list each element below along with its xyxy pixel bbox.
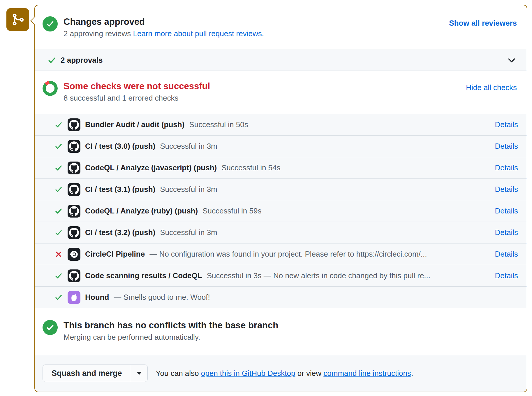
success-check-icon [55, 164, 62, 172]
check-name: CircleCI Pipeline [85, 250, 145, 259]
check-icon [46, 323, 54, 332]
hound-avatar [68, 291, 80, 304]
alternative-merge-text: You can also open this in GitHub Desktop… [156, 369, 413, 378]
approvals-count-label: 2 approvals [61, 56, 103, 65]
github-actions-avatar [68, 118, 80, 131]
check-description: — No configuration was found in your pro… [149, 250, 427, 259]
check-description: Successful in 50s [189, 120, 248, 129]
github-actions-avatar [68, 183, 80, 196]
details-link[interactable]: Details [488, 228, 518, 237]
merge-status-box: Changes approved 2 approving reviews Lea… [34, 5, 527, 392]
details-link[interactable]: Details [488, 250, 518, 259]
details-link[interactable]: Details [488, 185, 518, 194]
review-subtitle: 2 approving reviews Learn more about pul… [64, 28, 264, 39]
success-check-icon [55, 272, 62, 280]
details-link[interactable]: Details [488, 206, 518, 215]
check-description: — Smells good to me. Woof! [114, 293, 210, 302]
checks-list: Bundler Audit / audit (push) Successful … [35, 114, 527, 308]
github-desktop-link[interactable]: open this in GitHub Desktop [201, 369, 295, 378]
check-name: CI / test (3.0) (push) [85, 142, 155, 151]
octocat-icon [69, 120, 79, 130]
check-row: CI / test (3.1) (push) Successful in 3m … [35, 178, 527, 200]
checks-subtitle: 8 successful and 1 errored checks [64, 92, 210, 104]
github-actions-avatar [68, 140, 80, 153]
approvals-summary-row[interactable]: 2 approvals [35, 50, 527, 71]
conflicts-title: This branch has no conflicts with the ba… [64, 320, 278, 331]
details-link[interactable]: Details [488, 120, 518, 129]
success-check-icon [55, 186, 62, 193]
checks-donut-chart [43, 81, 58, 96]
octocat-icon [69, 185, 79, 195]
check-row: CI / test (3.2) (push) Successful in 3m … [35, 222, 527, 243]
check-icon [48, 56, 56, 64]
check-name: CodeQL / Analyze (ruby) (push) [85, 206, 198, 215]
success-check-icon [55, 207, 62, 215]
pr-merge-box-screenshot: Changes approved 2 approving reviews Lea… [0, 0, 532, 396]
command-line-instructions-link[interactable]: command line instructions [323, 369, 411, 378]
caret-down-icon [137, 372, 142, 375]
check-row: CodeQL / Analyze (ruby) (push) Successfu… [35, 200, 527, 222]
check-row: CircleCI Pipeline — No configuration was… [35, 243, 527, 265]
approving-reviews-text: 2 approving reviews [64, 29, 133, 38]
checks-title: Some checks were not successful [64, 81, 210, 92]
success-check-icon [55, 143, 62, 150]
octocat-icon [69, 141, 79, 151]
check-description: Successful in 3s — No new alerts in code… [207, 271, 430, 280]
learn-more-link[interactable]: Learn more about pull request reviews. [133, 29, 264, 38]
circleci-avatar [68, 248, 80, 261]
check-description: Successful in 3m [160, 228, 217, 237]
error-x-icon [55, 250, 62, 258]
merge-action-footer: Squash and merge You can also open this … [35, 355, 527, 392]
mergeability-section: This branch has no conflicts with the ba… [35, 308, 527, 355]
checks-status-section: Some checks were not successful 8 succes… [35, 71, 527, 114]
success-check-icon [55, 294, 62, 301]
merge-action-row: Squash and merge You can also open this … [43, 365, 518, 382]
review-title: Changes approved [64, 16, 264, 27]
details-link[interactable]: Details [488, 271, 518, 280]
merge-button-group: Squash and merge [43, 365, 148, 382]
squash-and-merge-button[interactable]: Squash and merge [43, 365, 131, 382]
git-merge-icon [11, 13, 24, 26]
github-actions-avatar [68, 205, 80, 218]
conflicts-subtitle: Merging can be performed automatically. [64, 332, 278, 343]
checks-status-text: Some checks were not successful 8 succes… [64, 81, 210, 104]
github-actions-avatar [68, 226, 80, 239]
check-description: Successful in 3m [160, 185, 217, 194]
octocat-icon [69, 228, 79, 238]
or-view-text: or view [295, 369, 323, 378]
check-row: CodeQL / Analyze (javascript) (push) Suc… [35, 157, 527, 178]
you-can-also-text: You can also [156, 369, 201, 378]
hound-dog-icon [70, 293, 78, 302]
merge-options-dropdown-button[interactable] [131, 365, 148, 382]
check-name: CI / test (3.1) (push) [85, 185, 155, 194]
circleci-icon [70, 250, 78, 259]
details-link[interactable]: Details [488, 142, 518, 151]
check-description: Successful in 59s [202, 206, 261, 215]
review-status-text: Changes approved 2 approving reviews Lea… [64, 16, 264, 39]
success-check-icon [55, 229, 62, 236]
octocat-icon [69, 163, 79, 173]
check-row: Code scanning results / CodeQL Successfu… [35, 265, 527, 286]
review-status-section: Changes approved 2 approving reviews Lea… [35, 5, 527, 50]
github-actions-avatar [68, 269, 80, 282]
octocat-icon [69, 271, 79, 281]
check-row: CI / test (3.0) (push) Successful in 3m … [35, 135, 527, 157]
check-icon [46, 20, 54, 28]
timeline-merge-badge [6, 8, 29, 31]
check-description: Successful in 54s [221, 163, 280, 172]
check-description: Successful in 3m [160, 142, 217, 151]
check-row: Hound — Smells good to me. Woof! [35, 286, 527, 308]
github-actions-avatar [68, 162, 80, 174]
mergeability-text: This branch has no conflicts with the ba… [64, 320, 278, 343]
check-name: Hound [85, 293, 109, 302]
show-all-reviewers-link[interactable]: Show all reviewers [449, 16, 517, 28]
chevron-down-icon[interactable] [507, 56, 516, 65]
check-name: Bundler Audit / audit (push) [85, 120, 184, 129]
check-name: Code scanning results / CodeQL [85, 271, 202, 280]
octocat-icon [69, 206, 79, 216]
hide-all-checks-link[interactable]: Hide all checks [466, 81, 517, 92]
details-link[interactable]: Details [488, 163, 518, 172]
success-check-icon [55, 121, 62, 129]
period-text: . [411, 369, 413, 378]
check-row: Bundler Audit / audit (push) Successful … [35, 114, 527, 135]
